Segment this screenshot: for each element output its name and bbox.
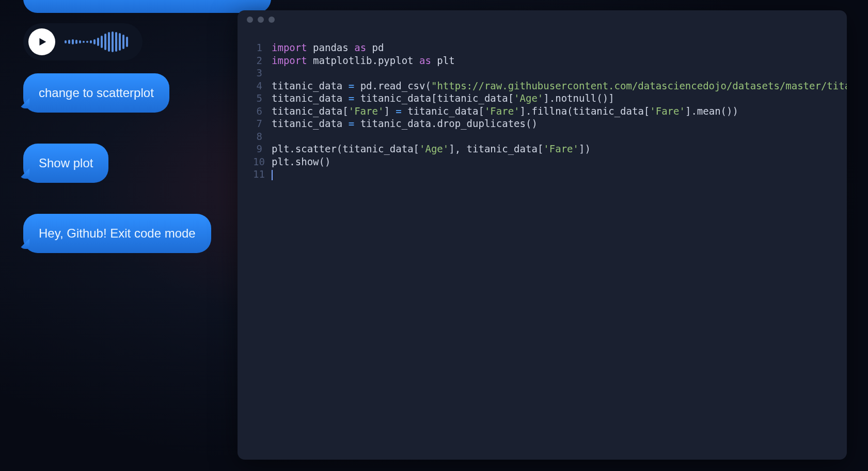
line-number: 2 [253,54,272,67]
play-icon [36,36,48,48]
chat-bubble: change to scatterplot [23,73,169,113]
window-titlebar [238,10,847,29]
chat-bubble-partial [23,0,271,13]
code-line: 3 [253,67,847,80]
line-number: 3 [253,67,272,80]
waveform-bar [93,39,96,44]
line-number: 1 [253,41,272,54]
waveform-bar [65,40,67,43]
code-line: 11 [253,168,847,181]
waveform-icon [65,32,128,52]
line-number: 7 [253,117,272,130]
waveform-bar [101,36,103,48]
waveform-bar [108,32,110,52]
waveform-bar [72,39,74,44]
line-number: 4 [253,80,272,92]
waveform-bar [104,34,106,50]
waveform-bar [122,35,124,49]
code-content [272,168,847,181]
code-area[interactable]: 1import pandas as pd2import matplotlib.p… [253,41,847,449]
text-cursor [272,170,273,180]
waveform-bar [97,38,99,46]
code-content: plt.show() [272,155,847,168]
waveform-bar [83,41,85,43]
waveform-bar [68,40,70,44]
waveform-bar [86,41,88,43]
code-line: 2import matplotlib.pyplot as plt [253,54,847,67]
code-line: 9plt.scatter(titanic_data['Age'], titani… [253,143,847,155]
waveform-bar [115,32,117,52]
waveform-bar [90,40,92,43]
waveform-bar [112,32,114,52]
traffic-light-dot[interactable] [258,17,264,23]
line-number: 11 [253,168,272,181]
waveform-bar [75,40,77,44]
line-number: 9 [253,143,272,155]
code-content: import matplotlib.pyplot as plt [272,54,847,67]
code-editor-window: 1import pandas as pd2import matplotlib.p… [238,10,847,460]
waveform-bar [126,37,128,47]
line-number: 6 [253,105,272,118]
code-content: titanic_data['Fare'] = titanic_data['Far… [272,105,847,118]
code-line: 7titanic_data = titanic_data.drop_duplic… [253,117,847,130]
code-line: 1import pandas as pd [253,41,847,54]
code-line: 6titanic_data['Fare'] = titanic_data['Fa… [253,105,847,118]
chat-bubble: Hey, Github! Exit code mode [23,214,211,253]
chat-bubble: Show plot [23,144,108,183]
code-content [272,130,847,143]
line-number: 10 [253,155,272,168]
voice-message [23,23,143,60]
code-line: 5titanic_data = titanic_data[titanic_dat… [253,92,847,105]
traffic-light-dot[interactable] [247,17,253,23]
waveform-bar [119,33,121,51]
code-line: 4titanic_data = pd.read_csv("https://raw… [253,80,847,92]
code-content: titanic_data = titanic_data[titanic_data… [272,92,847,105]
line-number: 8 [253,130,272,143]
code-line: 10plt.show() [253,155,847,168]
code-content: titanic_data = titanic_data.drop_duplica… [272,117,847,130]
code-line: 8 [253,130,847,143]
code-content [272,67,847,80]
traffic-light-dot[interactable] [269,17,275,23]
code-content: titanic_data = pd.read_csv("https://raw.… [272,80,847,92]
waveform-bar [79,40,81,43]
code-content: import pandas as pd [272,41,847,54]
code-content: plt.scatter(titanic_data['Age'], titanic… [272,143,847,155]
play-button[interactable] [28,28,55,55]
line-number: 5 [253,92,272,105]
